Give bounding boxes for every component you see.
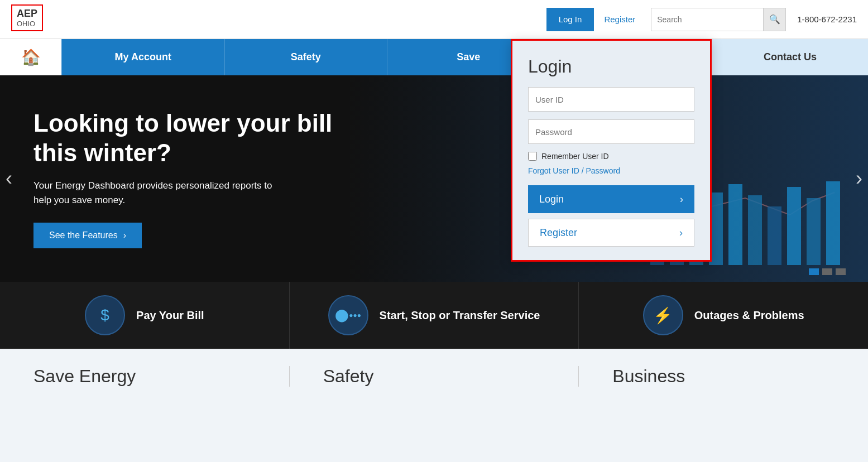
pay-bill-icon: $: [85, 295, 125, 335]
carousel-dot-3[interactable]: [836, 268, 846, 275]
nav-contact-us[interactable]: Contact Us: [712, 39, 868, 75]
hero-subtitle: Your Energy Dashboard provides personali…: [33, 179, 332, 207]
nav-item-my-account[interactable]: My Account: [61, 39, 224, 75]
register-btn-label: Register: [540, 227, 577, 239]
hero-title: Looking to lower your billthis winter?: [33, 109, 332, 168]
footer-cat-safety-title: Safety: [323, 366, 374, 386]
pay-bill-label: Pay Your Bill: [136, 309, 204, 322]
userid-input[interactable]: [528, 87, 694, 112]
footer-categories: Save Energy Safety Business: [0, 349, 868, 398]
register-dropdown-button[interactable]: Register ›: [528, 219, 694, 247]
search-button[interactable]: 🔍: [763, 8, 785, 31]
remember-row: Remember User ID: [528, 152, 694, 161]
phone-number: 1-800-672-2231: [797, 15, 857, 24]
hero-content: Looking to lower your billthis winter? Y…: [0, 86, 366, 271]
svg-rect-8: [807, 198, 821, 265]
footer-cat-safety[interactable]: Safety: [290, 366, 579, 387]
hero-cta-button[interactable]: See the Features ›: [33, 223, 142, 248]
hero-section: ‹ Looking to lower your billthis winter?…: [0, 75, 868, 282]
login-dropdown: Login Remember User ID Forgot User ID / …: [511, 39, 712, 262]
search-input[interactable]: [651, 8, 763, 31]
svg-rect-7: [787, 187, 801, 265]
footer-cat-save-energy[interactable]: Save Energy: [0, 366, 290, 387]
login-panel-title: Login: [528, 56, 694, 77]
carousel-next-button[interactable]: ›: [856, 167, 862, 190]
service-label: Start, Stop or Transfer Service: [380, 309, 540, 322]
footer-cat-business-title: Business: [612, 366, 685, 386]
pay-bill-link[interactable]: $ Pay Your Bill: [0, 282, 290, 349]
svg-rect-5: [748, 195, 762, 265]
login-button[interactable]: Log In: [546, 8, 594, 31]
service-link[interactable]: ⬤●●● Start, Stop or Transfer Service: [290, 282, 579, 349]
search-area: 🔍: [651, 8, 786, 31]
bottom-links: $ Pay Your Bill ⬤●●● Start, Stop or Tran…: [0, 282, 868, 349]
home-icon: 🏠: [21, 48, 41, 66]
outages-icon: ⚡: [643, 295, 683, 335]
outages-label: Outages & Problems: [694, 309, 804, 322]
login-btn-label: Login: [539, 194, 564, 205]
hero-cta-label: See the Features: [49, 230, 118, 240]
footer-cat-save-energy-title: Save Energy: [33, 366, 136, 386]
logo-aep: AEP: [17, 8, 37, 20]
footer-cat-business[interactable]: Business: [579, 366, 868, 387]
svg-rect-6: [768, 206, 781, 265]
nav-bar: 🏠 My Account Safety Save Contact Us: [0, 39, 868, 75]
login-submit-button[interactable]: Login ›: [528, 185, 694, 213]
nav-item-safety[interactable]: Safety: [224, 39, 387, 75]
service-icon: ⬤●●●: [328, 295, 368, 335]
login-btn-arrow: ›: [680, 194, 683, 205]
carousel-dots: [809, 268, 846, 275]
top-bar: AEP OHIO Log In Register 🔍 1-800-672-223…: [0, 0, 868, 39]
carousel-dot-2[interactable]: [822, 268, 832, 275]
register-btn-arrow: ›: [679, 227, 683, 239]
hero-cta-arrow: ›: [123, 230, 126, 240]
register-link[interactable]: Register: [594, 8, 645, 31]
top-bar-right: Log In Register 🔍 1-800-672-2231: [546, 8, 857, 31]
carousel-dot-1[interactable]: [809, 268, 819, 275]
svg-rect-9: [826, 181, 840, 265]
remember-checkbox[interactable]: [528, 152, 537, 161]
outages-link[interactable]: ⚡ Outages & Problems: [579, 282, 868, 349]
remember-label: Remember User ID: [541, 152, 609, 161]
logo[interactable]: AEP OHIO: [11, 4, 43, 31]
svg-rect-4: [728, 184, 742, 265]
carousel-prev-button[interactable]: ‹: [6, 167, 12, 190]
logo-ohio: OHIO: [17, 20, 37, 28]
password-input[interactable]: [528, 119, 694, 144]
forgot-link[interactable]: Forgot User ID / Password: [528, 166, 694, 175]
nav-home-button[interactable]: 🏠: [0, 39, 61, 75]
